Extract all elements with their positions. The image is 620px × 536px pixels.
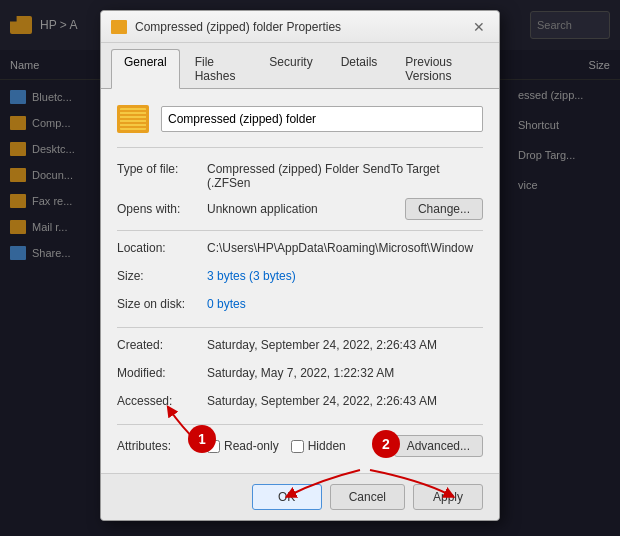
tab-details[interactable]: Details — [328, 49, 391, 88]
tab-security[interactable]: Security — [256, 49, 325, 88]
readonly-checkbox-item: Read-only — [207, 439, 279, 453]
opens-with-label: Opens with: — [117, 202, 207, 216]
modified-row: Modified: Saturday, May 7, 2022, 1:22:32… — [117, 366, 483, 386]
accessed-row: Accessed: Saturday, September 24, 2022, … — [117, 394, 483, 414]
size-on-disk-label: Size on disk: — [117, 297, 207, 311]
dialog-icon — [111, 20, 127, 34]
divider2 — [117, 327, 483, 328]
cancel-button[interactable]: Cancel — [330, 484, 405, 510]
change-button[interactable]: Change... — [405, 198, 483, 220]
close-button[interactable]: ✕ — [469, 17, 489, 37]
attr-controls: Read-only Hidden Advanced... — [207, 435, 483, 457]
readonly-checkbox[interactable] — [207, 440, 220, 453]
dialog-title: Compressed (zipped) folder Properties — [135, 20, 469, 34]
size-row: Size: 3 bytes (3 bytes) — [117, 269, 483, 289]
type-label: Type of file: — [117, 162, 207, 176]
size-on-disk-value: 0 bytes — [207, 297, 483, 311]
dialog-tabs: General File Hashes Security Details Pre… — [101, 43, 499, 89]
ok-button[interactable]: OK — [252, 484, 322, 510]
created-row: Created: Saturday, September 24, 2022, 2… — [117, 338, 483, 358]
type-row: Type of file: Compressed (zipped) Folder… — [117, 162, 483, 190]
location-row: Location: C:\Users\HP\AppData\Roaming\Mi… — [117, 241, 483, 261]
attributes-label: Attributes: — [117, 439, 207, 453]
size-value: 3 bytes (3 bytes) — [207, 269, 483, 283]
readonly-label: Read-only — [224, 439, 279, 453]
size-label: Size: — [117, 269, 207, 283]
size-on-disk-row: Size on disk: 0 bytes — [117, 297, 483, 317]
dialog-titlebar: Compressed (zipped) folder Properties ✕ — [101, 11, 499, 43]
attributes-row: Attributes: Read-only Hidden Advanced... — [117, 435, 483, 457]
advanced-button[interactable]: Advanced... — [394, 435, 483, 457]
file-icon-large — [117, 105, 149, 133]
divider — [117, 230, 483, 231]
accessed-value: Saturday, September 24, 2022, 2:26:43 AM — [207, 394, 483, 408]
dialog-content: Type of file: Compressed (zipped) Folder… — [101, 89, 499, 473]
filename-section — [117, 105, 483, 148]
divider3 — [117, 424, 483, 425]
opens-with-row: Opens with: Unknown application Change..… — [117, 198, 483, 220]
opens-with-value: Unknown application — [207, 202, 405, 216]
tab-file-hashes[interactable]: File Hashes — [182, 49, 255, 88]
location-label: Location: — [117, 241, 207, 255]
tab-previous-versions[interactable]: Previous Versions — [392, 49, 489, 88]
created-value: Saturday, September 24, 2022, 2:26:43 AM — [207, 338, 483, 352]
type-value: Compressed (zipped) Folder SendTo Target… — [207, 162, 483, 190]
filename-input[interactable] — [161, 106, 483, 132]
dialog-footer: OK Cancel Apply — [101, 473, 499, 520]
hidden-label: Hidden — [308, 439, 346, 453]
created-label: Created: — [117, 338, 207, 352]
location-value: C:\Users\HP\AppData\Roaming\Microsoft\Wi… — [207, 241, 483, 255]
hidden-checkbox[interactable] — [291, 440, 304, 453]
apply-button[interactable]: Apply — [413, 484, 483, 510]
accessed-label: Accessed: — [117, 394, 207, 408]
hidden-checkbox-item: Hidden — [291, 439, 346, 453]
modified-value: Saturday, May 7, 2022, 1:22:32 AM — [207, 366, 483, 380]
properties-dialog: Compressed (zipped) folder Properties ✕ … — [100, 10, 500, 521]
tab-general[interactable]: General — [111, 49, 180, 89]
modified-label: Modified: — [117, 366, 207, 380]
